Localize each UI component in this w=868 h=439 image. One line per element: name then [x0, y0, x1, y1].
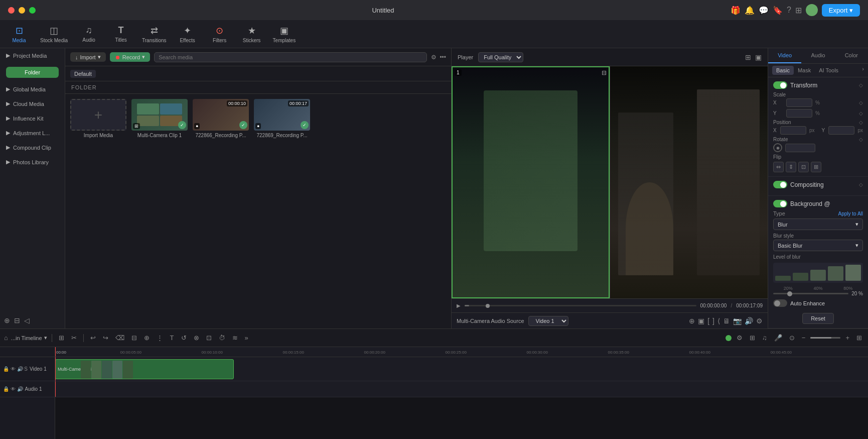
bookmark-icon[interactable]: 🔖 — [773, 6, 783, 15]
scale-y-keyframe[interactable]: ◇ — [859, 111, 863, 116]
grid-icon[interactable]: ⊞ — [854, 333, 864, 343]
single-view-icon[interactable]: ▣ — [755, 53, 762, 61]
sidebar-collapse-icon[interactable]: ◁ — [24, 316, 30, 324]
transform-toggle[interactable] — [773, 81, 787, 89]
gift-icon[interactable]: 🎁 — [731, 6, 741, 15]
notification-icon[interactable]: 🔔 — [745, 6, 755, 15]
sidebar-new-folder-icon[interactable]: ⊕ — [4, 316, 10, 324]
scrubber-thumb[interactable] — [486, 304, 490, 308]
blur-type-dropdown[interactable]: Blur ▾ — [773, 218, 863, 230]
sidebar-item-folder[interactable]: Folder — [6, 67, 59, 78]
blur-style-dropdown[interactable]: Basic Blur ▾ — [773, 240, 863, 251]
subtab-basic[interactable]: Basic — [772, 66, 794, 75]
sidebar-item-photos[interactable]: ▶ Photos Library — [0, 155, 65, 169]
audio-lock-icon[interactable]: 🔒 — [3, 386, 9, 392]
toolbar-audio[interactable]: ♫ Audio — [78, 25, 100, 43]
undo-icon[interactable]: ↩ — [88, 333, 98, 343]
bracket-left-icon[interactable]: [ — [707, 317, 709, 325]
compositing-toggle[interactable] — [773, 181, 787, 188]
scale-y-input[interactable]: 100.00 — [786, 109, 812, 118]
apply-all-button[interactable]: Apply to All — [838, 211, 863, 216]
subtab-mask[interactable]: Mask — [794, 66, 815, 75]
pos-y-input[interactable]: 0.00 — [828, 126, 854, 135]
rotate-keyframe[interactable]: ◇ — [859, 137, 863, 142]
default-button[interactable]: Default — [70, 70, 96, 78]
compositing-diamond-icon[interactable]: ◇ — [859, 182, 863, 187]
scale-x-input[interactable]: 100.00 — [786, 98, 812, 107]
sidebar-item-compound[interactable]: ▶ Compound Clip — [0, 140, 65, 155]
video-lock-icon[interactable]: 🔒 — [3, 366, 9, 372]
audio-eye-icon[interactable]: 👁 — [11, 386, 16, 392]
minimize-button[interactable] — [19, 7, 25, 14]
sidebar-delete-icon[interactable]: ⊟ — [14, 316, 20, 324]
sidebar-item-cloud[interactable]: ▶ Cloud Media — [0, 96, 65, 111]
help-icon[interactable]: ? — [787, 6, 791, 15]
audio-waveform-icon[interactable]: ♫ — [760, 333, 769, 343]
frame-icon[interactable]: ▣ — [698, 317, 704, 325]
apps-icon[interactable]: ⊞ — [795, 6, 802, 15]
video-clip[interactable]: Multi-Camera Clip 1 — [55, 359, 234, 379]
settings-icon[interactable]: ⚙ — [756, 317, 763, 325]
loop-icon[interactable]: ↺ — [179, 333, 189, 343]
snapshot-icon[interactable]: 📷 — [733, 317, 742, 325]
background-toggle[interactable] — [773, 200, 787, 207]
import-button[interactable]: ↓ Import ▾ — [70, 52, 106, 62]
comment-icon[interactable]: 💬 — [759, 6, 769, 15]
position-keyframe[interactable]: ◇ — [859, 120, 863, 125]
crop-timeline-icon[interactable]: ⊡ — [204, 333, 214, 343]
flip-copy-button[interactable]: ⊡ — [798, 162, 809, 172]
toolbar-filters[interactable]: ⊙ Filters — [209, 25, 231, 43]
subtabs-more-icon[interactable]: › — [862, 66, 864, 75]
toolbar-media[interactable]: ⊡ Media — [8, 25, 30, 43]
video-mute-icon[interactable]: 🔊 — [17, 366, 23, 372]
rotate-dial[interactable]: ◉ — [773, 143, 782, 152]
export-button[interactable]: Export ▾ — [822, 4, 860, 17]
timeline-scrubber[interactable] — [465, 305, 696, 306]
plus-icon[interactable]: + — [843, 333, 851, 343]
flip-h-button[interactable]: ⇔ — [773, 162, 784, 172]
auto-enhance-toggle[interactable] — [773, 299, 787, 307]
monitor-icon[interactable]: 🖥 — [723, 317, 730, 325]
audio-mute-icon[interactable]: 🔊 — [17, 386, 23, 392]
snap-icon[interactable]: ⊞ — [748, 333, 757, 343]
media-item-vid2[interactable]: 00:00:17 ✓ ● 722869_Recording P... — [254, 99, 310, 323]
play-icon[interactable]: ▶ — [457, 303, 461, 308]
audio-icon[interactable]: 🔊 — [745, 317, 753, 325]
timeline-nav[interactable]: ...in Timeline ▾ — [11, 335, 47, 341]
link-icon[interactable]: ⊗ — [192, 333, 201, 343]
record-button[interactable]: ⏺ Record ▾ — [110, 52, 150, 62]
toolbar-stickers[interactable]: ★ Stickers — [241, 25, 263, 43]
speed-icon[interactable]: ⏱ — [217, 333, 227, 343]
rotate-input[interactable]: 0.00° — [785, 144, 815, 152]
toolbar-effects[interactable]: ✦ Effects — [177, 25, 199, 43]
multi-select-icon[interactable]: ⊞ — [57, 333, 66, 343]
flip-paste-button[interactable]: ⊞ — [811, 162, 821, 172]
sidebar-item-global[interactable]: ▶ Global Media — [0, 82, 65, 96]
transform-diamond-icon[interactable]: ◇ — [859, 82, 863, 88]
quality-select[interactable]: Full Quality 1/2 Quality 1/4 Quality — [478, 52, 523, 62]
crop-icon[interactable]: ⊕ — [689, 317, 695, 325]
toolbar-templates[interactable]: ▣ Templates — [273, 25, 296, 43]
filter-icon[interactable]: ⚙ — [431, 54, 437, 61]
more-icon[interactable]: ••• — [440, 54, 446, 61]
multicam-view-icon[interactable]: ⊞ — [745, 53, 751, 61]
scale-x-keyframe[interactable]: ◇ — [859, 100, 863, 105]
video-eye-icon[interactable]: 👁 — [11, 366, 16, 372]
cam1-settings-icon[interactable]: ⊟ — [602, 69, 607, 76]
blur-slider[interactable] — [773, 293, 848, 294]
audio-stretch-icon[interactable]: ≋ — [230, 333, 240, 343]
toolbar-transitions[interactable]: ⇄ Transitions — [142, 25, 167, 43]
media-search-input[interactable] — [154, 52, 427, 62]
subtab-ai-tools[interactable]: AI Tools — [815, 66, 842, 75]
text-icon[interactable]: T — [168, 333, 176, 343]
detach-icon[interactable]: ⊕ — [142, 333, 152, 343]
media-item-multicam[interactable]: ✓ ⊞ Multi-Camera Clip 1 — [131, 99, 188, 323]
mic-icon[interactable]: 🎤 — [772, 333, 784, 343]
video-solo-icon[interactable]: S — [24, 366, 28, 372]
pos-x-input[interactable]: 0.00 — [780, 126, 806, 135]
split-icon[interactable]: ⋮ — [155, 333, 165, 343]
timeline-ruler[interactable]: 00:00 00:00:05:00 00:00:10:00 00:00:15:0… — [55, 347, 868, 357]
maximize-button[interactable] — [29, 7, 36, 14]
settings-timeline-icon[interactable]: ⚙ — [735, 333, 745, 343]
tab-color[interactable]: Color — [835, 48, 868, 63]
